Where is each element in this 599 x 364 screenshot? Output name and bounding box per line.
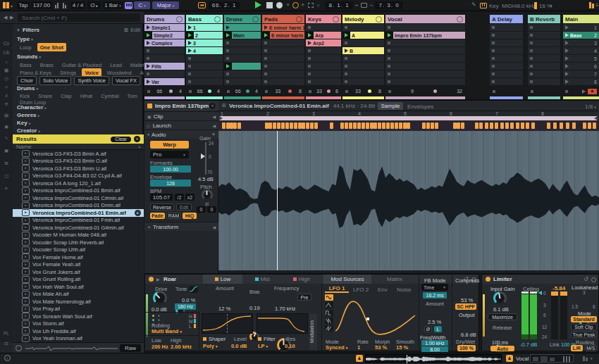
result-item[interactable]: ▸Veronica G4 A long 120_1.aif [13, 180, 144, 187]
scale-keys-icon[interactable] [125, 2, 132, 9]
warp-marker[interactable] [479, 123, 483, 129]
return-track-header[interactable]: A Delay [490, 15, 523, 23]
result-item[interactable]: ▸Vox Grunt Rolling.aif [13, 276, 144, 284]
scene-slot-3[interactable]: 3 [563, 39, 599, 46]
warp-marker[interactable] [378, 123, 381, 129]
tab-matrix[interactable]: Matrix [371, 275, 418, 284]
clip-slot[interactable] [528, 47, 560, 54]
lfo-shape-saw-up-icon[interactable] [325, 325, 333, 332]
clip-slot-playing[interactable] [224, 63, 261, 70]
tab-mid[interactable]: Mid [242, 275, 282, 284]
warp-marker[interactable] [302, 123, 305, 129]
warp-marker[interactable] [431, 123, 434, 129]
tab-mod-sources[interactable]: Mod Sources [323, 275, 371, 284]
browser-rail-icon[interactable]: Lib [1, 50, 11, 57]
result-item[interactable]: ▸Vox Male Numerology.aif [13, 298, 144, 306]
warp-marker[interactable] [500, 123, 504, 129]
level-value[interactable]: 0.0 dB [231, 343, 247, 349]
pencil-icon[interactable]: ✎ [471, 1, 476, 8]
clip-slot[interactable] [144, 70, 185, 77]
clip-slot[interactable] [306, 70, 341, 77]
filter-section-character[interactable]: Character ▸ [17, 104, 47, 111]
result-item[interactable]: ▸Veronica ImproCombined-01 Emin.aif▸ [13, 209, 144, 217]
info-icon[interactable]: i [4, 355, 11, 361]
filter-chip[interactable]: One Shot [37, 43, 66, 51]
clip-slot[interactable] [528, 63, 560, 70]
punch-out-icon[interactable]: ¬ [369, 2, 373, 8]
add-filter-icon[interactable]: + [134, 136, 140, 142]
stop-button[interactable] [266, 2, 273, 8]
key-root-field[interactable]: C▾ [134, 1, 150, 9]
fb-phase-button[interactable]: Ø [424, 326, 432, 332]
result-item[interactable]: ▸Veronica G3-F#3-D3 Bmin O.aif [13, 158, 144, 165]
clip-overview[interactable] [365, 354, 502, 363]
return-track-header[interactable]: B Reverb [528, 15, 560, 23]
bpm-field[interactable]: 105.07 [150, 194, 173, 201]
tab-lfo2[interactable]: LFO 2 [353, 287, 369, 293]
filter-section-creator[interactable]: Creator ▸ [17, 127, 40, 134]
forward-arrow-icon[interactable]: ▶ [10, 15, 13, 20]
chevron-down-icon[interactable]: ▾ [591, 356, 593, 360]
clip-slot[interactable] [306, 63, 341, 70]
fade-button[interactable]: Fade [150, 213, 165, 219]
fb-time-field[interactable]: 16.2 ms [423, 292, 447, 299]
clip-slot[interactable] [490, 78, 523, 85]
result-item[interactable]: ▸Vocoder M Human Male 048.aif [13, 232, 144, 239]
warp-marker[interactable] [572, 123, 576, 129]
input-gain-knob[interactable] [493, 291, 507, 305]
tap-tempo-button[interactable]: Tap [17, 1, 30, 9]
clip-slot[interactable]: Complex [144, 39, 185, 46]
filter-section-type[interactable]: Type ▾ [17, 36, 33, 42]
edit-filters-button[interactable]: Edit [130, 27, 140, 33]
warp-marker[interactable] [457, 123, 460, 129]
filter-section-genres[interactable]: Genres ▸ [17, 112, 39, 118]
result-item[interactable]: ▸Vox Yeah Ironman.aif [13, 335, 144, 343]
bias-value[interactable]: 0.19 [249, 305, 260, 311]
fold-icon[interactable]: ▶ [156, 277, 160, 282]
chevron-down-icon[interactable]: ▾ [11, 4, 13, 8]
clip-slot[interactable] [385, 78, 465, 85]
clip-slot[interactable] [262, 70, 304, 77]
clip-launch-badge[interactable] [356, 355, 363, 362]
ceiling-handle[interactable] [538, 291, 542, 295]
add-scene-icon[interactable]: + [286, 1, 290, 8]
filter-section-sounds[interactable]: Sounds ▾ [17, 54, 41, 60]
clip-slot[interactable] [262, 63, 304, 70]
clip-slot[interactable] [224, 70, 261, 77]
clip-slot[interactable] [306, 55, 341, 62]
result-item[interactable]: ▸Vox Uh Freddie.aif [13, 327, 144, 335]
draw-mode-icon[interactable]: + [301, 1, 304, 8]
auto-release-button[interactable]: Auto [490, 346, 514, 351]
time-signature-field[interactable]: 4 / 4 [70, 1, 85, 9]
clip-slot[interactable] [224, 78, 261, 85]
routing-lr-button[interactable]: L/R [571, 345, 583, 351]
warp-marker[interactable] [230, 123, 233, 129]
track-header-drone[interactable]: Drone [224, 15, 261, 23]
scene-slot-2[interactable]: Base2 [563, 32, 599, 39]
warp-marker[interactable] [268, 123, 272, 129]
release-value[interactable]: 100 ms [492, 340, 508, 345]
clip-slot[interactable] [490, 55, 523, 62]
loop-length-field[interactable]: 7. 3. 0 [375, 1, 403, 9]
lfo-shape-sine-icon[interactable] [325, 294, 333, 301]
ceiling-value[interactable]: -0.7 dB [520, 341, 537, 348]
edit-button[interactable]: Edit [176, 203, 192, 211]
clip-slot[interactable] [490, 24, 523, 31]
clip-slot[interactable] [186, 70, 223, 77]
result-item[interactable]: ▸Veronica ImproCombined-01 Dmin.aif [13, 202, 144, 210]
formants-field[interactable]: 100.00 [150, 165, 191, 172]
scene-slot-8[interactable]: 8 [563, 78, 599, 85]
envelope-field[interactable]: 128 [150, 180, 191, 187]
warp-marker[interactable] [490, 123, 493, 129]
warp-marker[interactable] [222, 123, 226, 129]
track-header-drums[interactable]: Drums [144, 15, 185, 23]
nudge-up-icon[interactable] [63, 3, 68, 8]
record-button[interactable] [276, 2, 283, 8]
warp-marker[interactable] [281, 123, 285, 129]
browser-rail-icon[interactable]: ▣ [1, 148, 11, 155]
result-item[interactable]: ▸Vox Female Home.aif [13, 253, 144, 261]
warp-marker[interactable] [553, 123, 557, 129]
link-icon[interactable] [3, 2, 6, 8]
hiq-button[interactable]: HiQ [183, 213, 197, 219]
filter-section-drums[interactable]: Drums ▾ [17, 85, 38, 92]
